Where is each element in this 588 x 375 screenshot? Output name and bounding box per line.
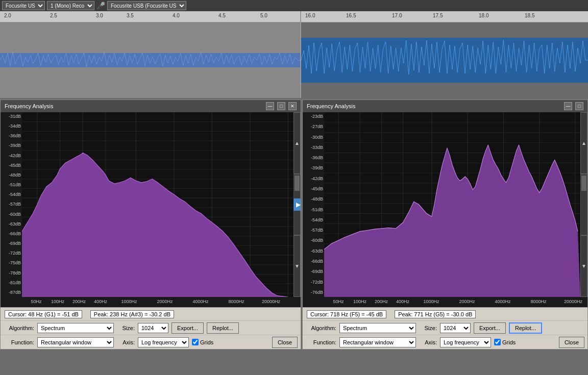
x-label: 100Hz [51,299,64,304]
replot-btn-left[interactable]: Replot... [207,322,239,334]
x-axis-right: 50Hz 100Hz 200Hz 400Hz 1000Hz 2000Hz 400… [303,297,587,307]
x-label: 8000Hz [228,299,244,304]
grids-label-left: Grids [200,339,213,345]
y-label: -66dB [304,259,323,264]
input-select-1[interactable]: Focusrite US [2,1,45,10]
spectrum-svg-left [22,112,293,297]
ruler-mark: 18.5 [525,13,534,18]
export-btn-left[interactable]: Export... [172,322,204,334]
panel-controls-left: — □ ✕ [266,102,297,110]
cursor-info-right: Cursor: 718 Hz (F5) = -45 dB [307,310,386,318]
axis-label-left: Axis: [117,339,135,345]
x-label: 4000Hz [495,299,510,304]
y-label: -81dB [2,281,21,285]
panel-title-right: Frequency Analysis [307,103,355,109]
y-label: -42dB [2,154,21,158]
info-bar-right: Cursor: 718 Hz (F5) = -45 dB Peak: 771 H… [303,307,587,320]
track-area-left[interactable] [0,22,300,98]
input-select-2[interactable]: 1 (Mono) Reco [47,1,94,10]
export-btn-right[interactable]: Export... [474,322,506,334]
y-label: -48dB [2,173,21,178]
grids-checkbox-right[interactable] [494,339,501,345]
algorithm-select-left[interactable]: Spectrum [37,323,114,333]
y-label: -30dB [304,135,323,140]
ruler-mark: 4.0 [173,13,180,18]
function-select-right[interactable]: Rectangular window [339,337,416,347]
grids-check-right[interactable]: Grids [494,339,516,345]
y-label: -23dB [304,114,323,119]
ruler-mark: 18.0 [479,13,488,18]
x-label: 200Hz [375,299,388,304]
y-label: -60dB [2,212,21,217]
chart-area-right [324,112,580,297]
y-label: -66dB [2,232,21,236]
algorithm-label-right: Algorithm: [306,325,336,331]
size-label-right: Size: [419,325,437,331]
x-label: 400Hz [94,299,107,304]
ruler-right: 16.0 16.5 17.0 17.5 18.0 18.5 [301,11,588,22]
y-label: -57dB [2,202,21,207]
y-label: -48dB [304,197,323,202]
scroll-down-btn-left[interactable]: ▼ [293,235,301,297]
x-label: 50Hz [333,299,344,304]
waveform-bg-right [301,22,588,98]
ruler-mark: 2.0 [4,13,11,18]
peak-info-right: Peak: 771 Hz (G5) = -30.0 dB [395,310,476,318]
grids-check-left[interactable]: Grids [192,339,213,345]
y-label: -45dB [304,187,323,191]
waveform-left-svg [0,22,300,98]
x-label: 8000Hz [530,299,546,304]
x-label: 1000Hz [121,299,137,304]
close-btn-left[interactable]: ✕ [288,102,297,110]
algorithm-select-right[interactable]: Spectrum [339,323,416,333]
x-label: 400Hz [396,299,409,304]
scroll-thumb-right[interactable] [581,176,586,191]
close-btn-left-bar[interactable]: Close [272,337,298,348]
controls-bar-right-2: Function: Rectangular window Axis: Log f… [303,335,587,349]
y-label: -87dB [2,290,21,295]
y-label: -75dB [2,261,21,265]
function-select-left[interactable]: Rectangular window [37,337,114,347]
minimize-btn-left[interactable]: — [266,102,274,110]
function-label-left: Function: [4,339,34,345]
axis-select-left[interactable]: Log frequency [138,337,189,347]
x-label: 100Hz [353,299,366,304]
x-label: 1000Hz [423,299,439,304]
timeline-left: 2.0 2.5 3.0 3.5 4.0 4.5 5.0 [0,11,301,98]
scroll-down-btn-right[interactable]: ▼ [580,235,587,297]
y-label: -76dB [304,290,323,295]
size-select-right[interactable]: 1024 [440,323,471,333]
y-label: -42dB [304,177,323,181]
axis-label-right: Axis: [419,339,437,345]
y-label: -45dB [2,163,21,168]
peak-value-right: Peak: 771 Hz (G5) = -30.0 dB [395,310,476,318]
y-label: -34dB [2,124,21,129]
ruler-mark: 17.5 [433,13,443,18]
maximize-btn-left[interactable]: □ [277,102,285,110]
scroll-up-btn-right[interactable]: ▲ [580,112,587,174]
y-label: -54dB [304,218,323,222]
size-select-left[interactable]: 1024 [138,323,168,333]
y-label: -60dB [304,238,323,243]
x-label: 2000Hz [157,299,173,304]
grids-checkbox-left[interactable] [192,339,199,345]
peak-info-left: Peak: 238 Hz (A#3) = -30.2 dB [90,310,174,318]
track-area-right[interactable] [301,22,588,98]
scroll-up-btn-left[interactable]: ▲ [293,112,301,174]
timeline-container: 2.0 2.5 3.0 3.5 4.0 4.5 5.0 [0,11,588,98]
ruler-mark: 5.0 [260,13,267,18]
function-label-right: Function: [306,339,336,345]
grids-label-right: Grids [502,339,516,345]
scroll-thumb-left[interactable] [295,176,300,191]
waveform-right-svg [301,22,588,98]
peak-value-left: Peak: 238 Hz (A#3) = -30.2 dB [90,310,174,318]
maximize-btn-right[interactable]: □ [575,102,583,110]
chart-scroll-btns-right: ▲ ▼ [580,112,587,297]
axis-select-right[interactable]: Log frequency [440,337,491,347]
y-label: -51dB [2,183,21,187]
close-btn-right-bar[interactable]: Close [559,337,584,348]
minimize-btn-right[interactable]: — [564,102,572,110]
arrow-btn[interactable]: ▶ [293,198,301,211]
replot-btn-right[interactable]: Replot... [509,322,542,334]
input-select-3[interactable]: Focusrite USB (Focusrite US [107,1,186,10]
